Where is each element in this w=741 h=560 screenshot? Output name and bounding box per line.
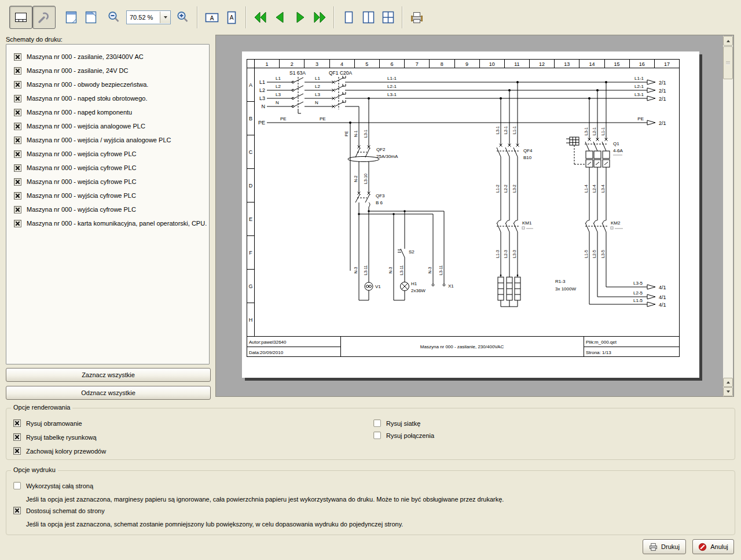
checkbox-checked[interactable] xyxy=(14,123,21,130)
option-row[interactable]: Rysuj siatkę xyxy=(373,419,420,427)
list-item[interactable]: Maszyna nr 000 - napęd stołu obrotowego. xyxy=(6,91,209,105)
option-row[interactable]: Zachowaj kolory przewodów xyxy=(13,447,106,455)
list-item[interactable]: Maszyna nr 000 - wejścia analogowe PLC xyxy=(6,119,209,133)
wire-label: L1-1 xyxy=(601,127,605,135)
checkbox-label: Rysuj tabelkę rysunkową xyxy=(26,434,97,441)
view-four-pages-button[interactable] xyxy=(378,6,398,29)
first-page-button[interactable] xyxy=(251,6,270,29)
printer-icon xyxy=(409,10,424,25)
list-item[interactable]: Maszyna nr 000 - napęd komponentu xyxy=(6,105,209,119)
x-check-icon xyxy=(15,179,20,185)
next-page-button[interactable] xyxy=(290,6,310,29)
preview-vertical-scrollbar[interactable] xyxy=(723,36,733,396)
checkbox-checked[interactable] xyxy=(14,95,21,102)
option-row[interactable]: Dostosuj schemat do strony xyxy=(13,507,105,514)
titleblock-mode-button[interactable] xyxy=(9,6,32,29)
checkbox-unchecked[interactable] xyxy=(373,432,381,439)
checkbox-checked[interactable] xyxy=(14,109,21,116)
deselect-all-button[interactable]: Odznacz wszystkie xyxy=(6,386,211,400)
list-item[interactable]: Maszyna nr 000 - wejścia / wyjścia analo… xyxy=(6,133,209,147)
scroll-up-button-bottom[interactable] xyxy=(723,378,733,387)
checkbox-checked[interactable] xyxy=(14,206,21,213)
fit-width-button[interactable] xyxy=(81,6,101,29)
titleblock-author: Autor:pawel32640 xyxy=(249,340,287,345)
list-item[interactable]: Maszyna nr 000 - obwody bezpieczeństwa. xyxy=(6,78,209,91)
cancel-button[interactable]: Anuluj xyxy=(692,539,734,554)
print-toolbar-button[interactable] xyxy=(407,6,427,29)
checkbox-checked[interactable] xyxy=(13,447,21,455)
list-item-label: Maszyna nr 000 - wejścia cyfrowe PLC xyxy=(27,164,137,171)
list-item[interactable]: Maszyna nr 000 - zasilanie, 24V DC xyxy=(6,64,209,78)
wire-label: L3-2 xyxy=(512,185,516,193)
component-label: R1-3 xyxy=(555,279,566,284)
bus-label: PE xyxy=(258,120,265,126)
component-label: H1 xyxy=(411,281,417,286)
xref-label: L1-1 xyxy=(634,76,644,81)
print-preview-area[interactable]: 1 2 3 4 5 6 7 8 9 10 11 12 13 14 15 16 1… xyxy=(215,35,734,397)
checkbox-checked[interactable] xyxy=(14,53,21,61)
checkbox-checked[interactable] xyxy=(14,220,21,227)
column-label: 17 xyxy=(664,61,670,67)
xref-page: 2/1 xyxy=(659,120,666,126)
checkbox-checked[interactable] xyxy=(13,507,21,514)
zoom-in-button[interactable] xyxy=(173,6,193,29)
scroll-up-button[interactable] xyxy=(723,36,733,46)
checkbox-checked[interactable] xyxy=(14,137,21,144)
list-item[interactable]: Maszyna nr 000 - karta komunikacyjna, pa… xyxy=(6,216,209,230)
list-item[interactable]: Maszyna nr 000 - zasilanie, 230/400V AC xyxy=(6,50,209,64)
cancel-icon xyxy=(698,543,707,551)
x-check-icon xyxy=(15,96,20,101)
list-item[interactable]: Maszyna nr 000 - wyjścia cyfrowe PLC xyxy=(6,202,209,216)
column-label: 14 xyxy=(589,61,595,67)
list-item-label: Maszyna nr 000 - napęd stołu obrotowego. xyxy=(27,95,148,102)
settings-button[interactable] xyxy=(32,6,56,29)
wire-label: L3-1 xyxy=(364,130,368,138)
option-row[interactable]: Rysuj tabelkę rysunkową xyxy=(13,433,97,441)
fit-page-button[interactable] xyxy=(61,6,81,29)
last-page-icon xyxy=(312,10,327,25)
checkbox-checked[interactable] xyxy=(14,178,21,186)
scrollbar-thumb[interactable] xyxy=(723,46,733,79)
wire-label: L3 xyxy=(315,92,320,97)
checkbox-unchecked[interactable] xyxy=(373,419,381,427)
zoom-level-combobox[interactable]: 70.52 % xyxy=(126,10,171,24)
list-item[interactable]: Maszyna nr 000 - wejścia cyfrowe PLC xyxy=(6,147,209,161)
x-check-icon xyxy=(15,193,20,198)
list-item-label: Maszyna nr 000 - wejścia / wyjścia analo… xyxy=(27,137,171,143)
option-row[interactable]: Wykorzystaj całą stroną xyxy=(13,482,93,489)
scroll-down-button[interactable] xyxy=(723,387,733,396)
view-single-page-button[interactable] xyxy=(339,6,358,29)
checkbox-checked[interactable] xyxy=(14,164,21,172)
checkbox-checked[interactable] xyxy=(14,81,21,89)
row-label: F xyxy=(249,250,252,256)
list-item[interactable]: Maszyna nr 000 - wejścia cyfrowe PLC xyxy=(6,161,209,175)
orientation-landscape-button[interactable]: A xyxy=(202,6,222,29)
checkbox-checked[interactable] xyxy=(14,67,21,75)
zoom-dropdown-arrow[interactable] xyxy=(160,12,170,23)
checkbox-checked[interactable] xyxy=(14,192,21,200)
page-fold-icon xyxy=(83,10,98,25)
option-row[interactable]: Rysuj obramowanie xyxy=(13,419,82,427)
checkbox-checked[interactable] xyxy=(13,433,21,441)
zoom-in-icon xyxy=(175,10,190,25)
schematics-list[interactable]: Maszyna nr 000 - zasilanie, 230/400V AC … xyxy=(6,44,210,364)
schematics-list-label: Schematy do druku: xyxy=(6,36,63,43)
previous-page-button[interactable] xyxy=(270,6,290,29)
zoom-out-button[interactable] xyxy=(104,6,124,29)
list-item[interactable]: Maszyna nr 000 - wejścia cyfrowe PLC xyxy=(6,175,209,189)
list-item[interactable]: Maszyna nr 000 - wyjścia cyfrowe PLC xyxy=(6,189,209,202)
print-button[interactable]: Drukuj xyxy=(643,539,686,554)
orientation-portrait-button[interactable]: A xyxy=(222,6,241,29)
wire-label: L1-1 xyxy=(387,76,397,81)
checkbox-checked[interactable] xyxy=(14,150,21,158)
checkbox-checked[interactable] xyxy=(13,419,21,427)
column-label: 1 xyxy=(266,61,269,67)
checkbox-unchecked[interactable] xyxy=(13,482,21,489)
select-all-button[interactable]: Zaznacz wszystkie xyxy=(6,368,211,382)
component-rating: 2x36W xyxy=(411,288,425,293)
view-two-pages-button[interactable] xyxy=(358,6,378,29)
last-page-button[interactable] xyxy=(310,6,329,29)
option-row[interactable]: Rysuj połączenia xyxy=(373,432,434,439)
zoom-level-value[interactable]: 70.52 % xyxy=(127,14,160,21)
column-label: 4 xyxy=(340,61,343,67)
